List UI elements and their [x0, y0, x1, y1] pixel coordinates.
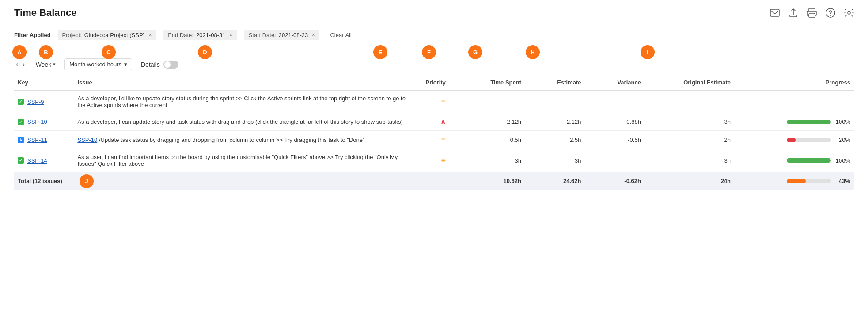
issue-key-ssp9[interactable]: SSP-9	[27, 99, 44, 105]
next-arrow[interactable]: ›	[21, 60, 27, 69]
progress-pct-ssp10: 100%	[834, 118, 850, 125]
badge-g: G	[468, 45, 482, 59]
badge-j: J	[80, 174, 94, 188]
row-priority-ssp11: ≡	[409, 131, 459, 149]
row-estimate-ssp14: 3h	[525, 149, 584, 172]
row-timespent-ssp14: 3h	[459, 149, 525, 172]
filter-applied-label: Filter Applied	[14, 32, 51, 38]
row-original-ssp11: 2h	[644, 131, 734, 149]
prev-arrow[interactable]: ‹	[14, 60, 20, 69]
issue-prefix-link-ssp11[interactable]: SSP-10	[77, 137, 97, 143]
row-key-ssp10: ✓ SSP-10	[14, 113, 74, 131]
story-icon-ssp9: ✓	[18, 99, 24, 105]
total-row: Total (12 issues) J 10.62h 24.62h -0.62h…	[14, 172, 854, 190]
progress-bar-ssp14	[787, 158, 831, 163]
progress-fill-ssp11	[787, 138, 796, 142]
story-icon-ssp14: ✓	[18, 157, 24, 164]
filter-startdate-close[interactable]: ×	[311, 31, 315, 38]
filter-project-close[interactable]: ×	[148, 31, 152, 38]
svg-rect-2	[809, 14, 815, 17]
row-estimate-ssp10: 2.12h	[525, 113, 584, 131]
help-icon[interactable]	[826, 8, 835, 18]
total-timespent: 10.62h	[459, 172, 525, 190]
page-title: Time Balance	[14, 7, 76, 19]
col-header-original-estimate: Original Estimate	[644, 75, 734, 91]
total-variance: -0.62h	[584, 172, 644, 190]
email-icon[interactable]	[770, 8, 780, 18]
col-header-priority: Priority	[409, 75, 459, 91]
priority-high-icon: ∧	[440, 118, 446, 126]
issue-key-ssp14[interactable]: SSP-14	[27, 157, 47, 164]
nav-arrows: ‹ ›	[14, 60, 27, 69]
progress-bar-ssp11	[787, 138, 831, 142]
svg-point-3	[814, 13, 815, 14]
filter-enddate-close[interactable]: ×	[229, 31, 232, 38]
svg-point-5	[830, 15, 831, 16]
week-selector[interactable]: Week ▾	[36, 61, 56, 68]
row-progress-ssp14: 100%	[734, 149, 854, 172]
details-toggle: Details	[141, 61, 178, 69]
row-original-ssp14: 3h	[644, 149, 734, 172]
badge-f: F	[422, 45, 436, 59]
row-variance-ssp14	[584, 149, 644, 172]
issue-key-ssp11[interactable]: SSP-11	[27, 137, 47, 143]
progress-fill-ssp14	[787, 158, 831, 163]
progress-pct-ssp11: 20%	[834, 137, 850, 143]
col-header-key: Key	[14, 75, 74, 91]
row-original-ssp10: 3h	[644, 113, 734, 131]
total-progress: 43%	[734, 172, 854, 190]
row-progress-ssp9	[734, 91, 854, 113]
col-header-progress: Progress	[734, 75, 854, 91]
col-header-time-spent: Time Spent	[459, 75, 525, 91]
row-priority-ssp9: ≡	[409, 91, 459, 113]
col-header-issue: Issue	[74, 75, 409, 91]
priority-medium-icon: ≡	[441, 97, 446, 106]
row-variance-ssp10: 0.88h	[584, 113, 644, 131]
filter-project: Project: Giudecca Project (SSP) ×	[58, 30, 157, 40]
row-variance-ssp9	[584, 91, 644, 113]
progress-pct-ssp14: 100%	[834, 157, 850, 164]
table-row: ✓ SSP-9 As a developer, I'd like to upda…	[14, 91, 854, 113]
details-toggle-switch[interactable]	[163, 61, 178, 69]
row-timespent-ssp11: 0.5h	[459, 131, 525, 149]
progress-fill-ssp10	[787, 120, 831, 124]
row-priority-ssp14: ≡	[409, 149, 459, 172]
progress-bar-ssp10	[787, 120, 831, 124]
filter-bar: Filter Applied Project: Giudecca Project…	[0, 24, 868, 46]
row-issue-ssp10: As a developer, I can update story and t…	[74, 113, 409, 131]
row-issue-ssp9: As a developer, I'd like to update story…	[74, 91, 409, 113]
row-timespent-ssp9	[459, 91, 525, 113]
clear-all-button[interactable]: Clear All	[330, 32, 351, 38]
row-variance-ssp11: -0.5h	[584, 131, 644, 149]
total-original: 24h	[644, 172, 734, 190]
dropdown-chevron-icon: ▾	[124, 61, 127, 68]
badge-a: A	[12, 45, 27, 59]
month-hours-dropdown[interactable]: Month worked hours ▾	[64, 58, 132, 70]
badge-e: E	[373, 45, 387, 59]
table-row: ✓ SSP-10 As a developer, I can update st…	[14, 113, 854, 131]
story-icon-ssp10: ✓	[18, 119, 24, 125]
row-key-ssp9: ✓ SSP-9	[14, 91, 74, 113]
row-estimate-ssp11: 2.5h	[525, 131, 584, 149]
total-progress-pct: 43%	[834, 178, 850, 184]
badge-i: I	[641, 45, 655, 59]
header-icons	[770, 8, 854, 18]
filter-end-date: End Date: 2021-08-31 ×	[163, 30, 237, 40]
row-timespent-ssp10: 2.12h	[459, 113, 525, 131]
print-icon[interactable]	[807, 8, 817, 18]
week-chevron-icon: ▾	[53, 61, 56, 67]
row-priority-ssp10: ∧	[409, 113, 459, 131]
table-row: ↳ SSP-11 SSP-10 /Update task status by d…	[14, 131, 854, 149]
col-header-estimate: Estimate	[525, 75, 584, 91]
main-table: Key Issue Priority Time Spent Estimate V…	[14, 75, 854, 190]
subtask-icon-ssp11: ↳	[18, 137, 24, 143]
total-estimate: 24.62h	[525, 172, 584, 190]
settings-icon[interactable]	[844, 8, 854, 18]
issue-key-ssp10[interactable]: SSP-10	[27, 118, 47, 125]
filter-start-date: Start Date: 2021-08-23 ×	[244, 30, 320, 40]
svg-point-6	[848, 11, 850, 14]
row-key-ssp14: ✓ SSP-14	[14, 149, 74, 172]
badge-b: B	[39, 45, 53, 59]
row-estimate-ssp9	[525, 91, 584, 113]
upload-icon[interactable]	[788, 8, 798, 18]
